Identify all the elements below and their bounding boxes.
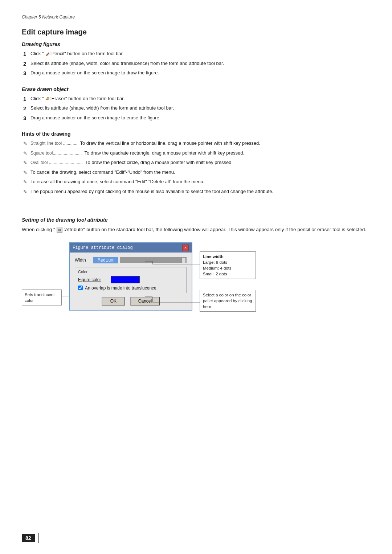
- pencil-icon: [45, 51, 50, 56]
- step-1: 1 Click " :Pencil" button on the form to…: [23, 50, 370, 58]
- color-group: Color Figure color An overlap is made in…: [75, 267, 187, 293]
- erase-step-2-text: Select its attribute (shape, width) from…: [30, 104, 370, 112]
- cancel-button[interactable]: Cancel: [130, 297, 160, 305]
- line-width-title: Line width: [203, 254, 224, 259]
- step-2-text: Select its attribute (shape, width, colo…: [30, 60, 370, 67]
- step-1-num: 1: [23, 50, 30, 58]
- attribute-icon: ⊞: [57, 227, 62, 233]
- hint-icon-5: ✎: [23, 178, 29, 186]
- dialog-titlebar: Figure attribute dialog ✕: [70, 243, 192, 253]
- width-slider-thumb[interactable]: [181, 257, 186, 263]
- hint-icon-2: ✎: [23, 150, 29, 157]
- hint-erase-all: ✎ To erase all the drawing at once, sele…: [22, 178, 370, 186]
- step-2-num: 2: [23, 60, 30, 68]
- hints-list: ✎ Straight line tool ............ To dra…: [22, 140, 370, 195]
- width-slider-track[interactable]: [120, 257, 187, 263]
- erase-step-3-text: Drag a mouse pointer on the screen image…: [30, 114, 370, 122]
- left-annotation-box: Sets translucent color: [22, 290, 62, 305]
- ok-button[interactable]: OK: [102, 297, 125, 305]
- width-slider-container: Medium: [93, 257, 187, 263]
- erase-step-3: 3 Drag a mouse pointer on the screen ima…: [23, 114, 370, 123]
- dialog-title: Figure attribute dialog: [73, 245, 133, 250]
- setting-intro: When clicking " ⊞ :Attribute" button on …: [22, 226, 370, 234]
- drawing-figures-steps: 1 Click " :Pencil" button on the form to…: [22, 50, 370, 78]
- hint-oval-tool-text: Oval tool ............................ T…: [30, 159, 233, 166]
- figure-attribute-dialog[interactable]: Figure attribute dialog ✕ Width Medium: [69, 242, 192, 311]
- section-divider: [22, 22, 370, 22]
- hints-title: Hints of the drawing: [22, 131, 370, 137]
- hint-icon-6: ✎: [23, 188, 29, 196]
- step-3-num: 3: [23, 69, 30, 78]
- step-1-text: Click " :Pencil" button on the form tool…: [30, 50, 370, 57]
- step-2: 2 Select its attribute (shape, width, co…: [23, 60, 370, 68]
- erase-step-3-num: 3: [23, 114, 30, 123]
- hint-popup: ✎ The popup menu appeared by right click…: [22, 188, 370, 196]
- width-value-display: Medium: [93, 257, 118, 263]
- hint-straight-line: ✎ Straight line tool ............ To dra…: [22, 140, 370, 147]
- translucence-checkbox-row: An overlap is made into translucence.: [78, 286, 183, 291]
- page-number-area: 82: [22, 533, 39, 543]
- left-annotation-text: Sets translucent color: [25, 292, 54, 303]
- line-width-details: Large: 8 dotsMedium: 4 dotsSmall: 2 dots: [203, 260, 232, 276]
- drawing-figures-title: Drawing figures: [22, 41, 370, 47]
- hint-cancel: ✎ To cancel the drawing, select command …: [22, 169, 370, 176]
- page-title: Edit capture image: [22, 28, 370, 36]
- erase-step-1: 1 Click " :Eraser" button on the form to…: [23, 95, 370, 103]
- page-number-divider: [38, 533, 39, 543]
- dialog-close-button[interactable]: ✕: [182, 245, 189, 251]
- hint-oval-tool: ✎ Oval tool ............................…: [22, 159, 370, 167]
- svg-line-1: [49, 52, 49, 53]
- right-annotations: Line width Large: 8 dotsMedium: 4 dotsSm…: [200, 251, 256, 312]
- erase-step-2: 2 Select its attribute (shape, width) fr…: [23, 104, 370, 113]
- setting-title: Setting of the drawing tool attribute: [22, 217, 370, 223]
- erase-step-1-text: Click " :Eraser" button on the form tool…: [30, 95, 370, 102]
- setting-section: Setting of the drawing tool attribute Wh…: [22, 217, 370, 311]
- dialog-buttons: OK Cancel: [75, 297, 187, 305]
- line-width-annotation: Line width Large: 8 dotsMedium: 4 dotsSm…: [200, 251, 256, 279]
- step-3: 3 Drag a mouse pointer on the screen ima…: [23, 69, 370, 78]
- erase-step-2-num: 2: [23, 104, 30, 113]
- translucence-label: An overlap is made into translucence.: [85, 286, 158, 291]
- figure-color-row: Figure color: [78, 276, 183, 283]
- hint-icon-4: ✎: [23, 169, 29, 176]
- erase-step-1-num: 1: [23, 95, 30, 103]
- eraser-icon: [45, 96, 50, 101]
- translucence-checkbox[interactable]: [78, 286, 83, 290]
- svg-marker-3: [46, 97, 49, 100]
- hint-straight-line-text: Straight line tool ............ To draw …: [30, 140, 260, 147]
- color-select-annotation: Select a color on the color pallet appea…: [200, 290, 256, 312]
- erase-drawn-title: Erase drawn object: [22, 86, 370, 92]
- hint-popup-text: The popup menu appeared by right clickin…: [30, 188, 273, 195]
- step-3-text: Drag a mouse pointer on the screen image…: [30, 69, 370, 77]
- hint-square-tool-text: Square tool........................ To d…: [30, 149, 244, 157]
- hint-icon-1: ✎: [23, 140, 29, 147]
- erase-drawn-steps: 1 Click " :Eraser" button on the form to…: [22, 95, 370, 123]
- hint-erase-all-text: To erase all the drawing at once, select…: [30, 178, 204, 185]
- dialog-body: Width Medium Color: [70, 253, 192, 310]
- figure-color-label: Figure color: [78, 277, 111, 282]
- hint-square-tool: ✎ Square tool........................ To…: [22, 149, 370, 157]
- color-select-text: Select a color on the color pallet appea…: [203, 293, 252, 309]
- width-label: Width: [75, 258, 93, 263]
- hint-icon-3: ✎: [23, 159, 29, 167]
- chapter-header: Chapter 5 Network Capture: [22, 15, 370, 20]
- color-swatch[interactable]: [111, 276, 140, 283]
- width-row: Width Medium: [75, 257, 187, 263]
- color-group-label: Color: [78, 270, 183, 274]
- hint-cancel-text: To cancel the drawing, select command "E…: [30, 169, 175, 176]
- page-number-box: 82: [22, 534, 35, 542]
